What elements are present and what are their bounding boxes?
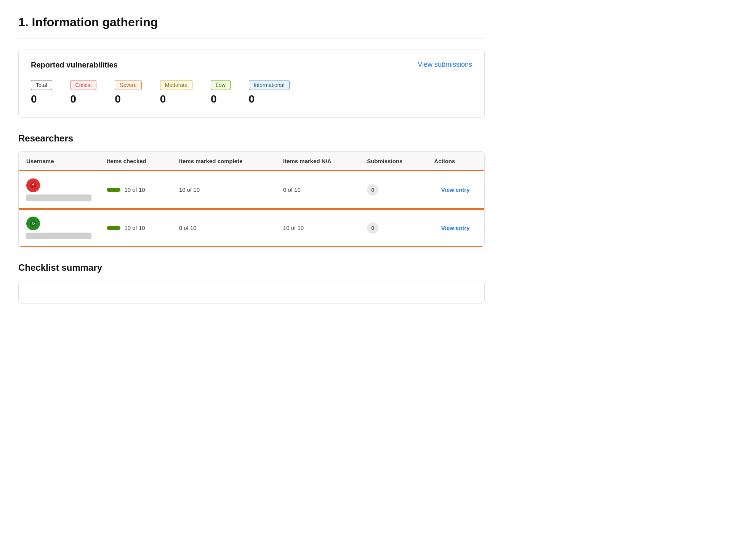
researchers-table: Username Items checked Items marked comp… — [19, 152, 484, 247]
items-checked-value: 10 of 10 — [124, 186, 145, 193]
researchers-table-wrapper: Username Items checked Items marked comp… — [18, 151, 485, 247]
avatar — [26, 178, 40, 192]
badge-moderate: Moderate — [160, 80, 192, 90]
vuln-count-severe: 0 — [115, 93, 121, 105]
cell-items-checked: 10 of 10 — [99, 209, 171, 247]
page-title: 1. Information gathering — [18, 15, 485, 29]
vuln-stat-informational: Informational 0 — [249, 80, 290, 105]
username-label: q________0002 — [26, 194, 91, 201]
view-entry-link[interactable]: View entry — [434, 186, 477, 193]
cell-submissions: 0 — [359, 209, 426, 247]
researchers-section-title: Researchers — [18, 133, 485, 144]
checklist-section-title: Checklist summary — [18, 262, 485, 273]
cell-items-complete: 0 of 10 — [171, 209, 275, 247]
submissions-badge: 0 — [367, 222, 378, 234]
vuln-stat-severe: Severe 0 — [115, 80, 141, 105]
submissions-badge: 0 — [367, 184, 378, 196]
vuln-stat-total: Total 0 — [31, 80, 52, 105]
cell-items-checked: 10 of 10 — [99, 171, 171, 209]
cell-action[interactable]: View entry — [426, 209, 484, 247]
vuln-count-informational: 0 — [249, 93, 255, 105]
cell-action[interactable]: View entry — [426, 171, 484, 209]
items-checked-value: 10 of 10 — [124, 225, 145, 231]
vuln-stats: Total 0 Critical 0 Severe 0 Moderate 0 L… — [31, 80, 472, 105]
progress-bar-container: 10 of 10 — [107, 225, 163, 231]
col-submissions: Submissions — [359, 152, 426, 171]
username-label: q________0001 — [26, 233, 91, 239]
table-row: q________0002 10 of 10 10 of 10 0 of 10 … — [19, 171, 484, 209]
badge-total: Total — [31, 80, 52, 90]
vuln-stat-moderate: Moderate 0 — [160, 80, 192, 105]
cell-username: q________0002 — [19, 171, 99, 209]
progress-bar — [107, 226, 120, 230]
col-items-na: Items marked N/A — [275, 152, 359, 171]
avatar: ↻ — [26, 217, 40, 230]
vuln-count-low: 0 — [211, 93, 217, 105]
avatar-icon: ↻ — [29, 220, 37, 227]
col-username: Username — [19, 152, 99, 171]
vuln-count-critical: 0 — [70, 93, 77, 105]
col-items-complete: Items marked complete — [171, 152, 275, 171]
avatar-icon — [29, 182, 37, 189]
vuln-stat-low: Low 0 — [211, 80, 231, 105]
table-row: ↻ q________0001 10 of 10 0 of 10 10 of 1… — [19, 209, 484, 247]
vuln-card-title: Reported vulnerabilities — [31, 61, 118, 69]
cell-submissions: 0 — [359, 171, 426, 209]
cell-items-na: 10 of 10 — [275, 209, 359, 247]
user-cell: ↻ q________0001 — [26, 217, 91, 239]
section-divider — [18, 39, 485, 39]
vuln-stat-critical: Critical 0 — [70, 80, 97, 105]
badge-severe: Severe — [115, 80, 141, 90]
badge-informational: Informational — [249, 80, 290, 90]
col-actions: Actions — [426, 152, 484, 171]
vulnerabilities-card: Reported vulnerabilities View submission… — [18, 50, 485, 118]
vuln-card-header: Reported vulnerabilities View submission… — [31, 61, 472, 69]
cell-items-complete: 10 of 10 — [171, 171, 275, 209]
badge-critical: Critical — [70, 80, 97, 90]
col-items-checked: Items checked — [99, 152, 171, 171]
progress-bar-container: 10 of 10 — [107, 186, 163, 193]
view-submissions-link[interactable]: View submissions — [418, 61, 472, 69]
checklist-summary-card — [18, 281, 485, 304]
view-entry-link[interactable]: View entry — [434, 225, 477, 231]
vuln-count-total: 0 — [31, 93, 37, 105]
cell-items-na: 0 of 10 — [275, 171, 359, 209]
table-header-row: Username Items checked Items marked comp… — [19, 152, 484, 171]
badge-low: Low — [211, 80, 231, 90]
svg-text:↻: ↻ — [32, 221, 35, 226]
cell-username: ↻ q________0001 — [19, 209, 99, 247]
vuln-count-moderate: 0 — [160, 93, 166, 105]
user-cell: q________0002 — [26, 178, 91, 201]
progress-bar — [107, 188, 120, 192]
